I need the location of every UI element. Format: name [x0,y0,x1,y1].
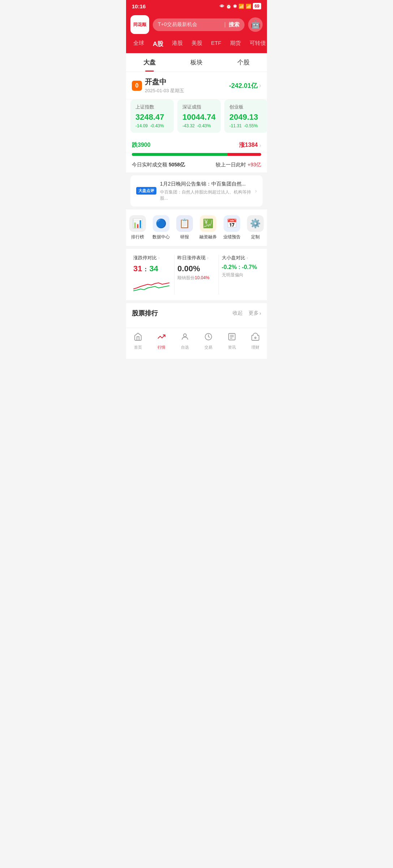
nav-tab-etf[interactable]: ETF [207,38,225,50]
nav-tab-hk[interactable]: 港股 [168,38,187,50]
advance-bar [228,153,261,156]
size-compare-sub: 无明显偏向 [222,272,260,278]
index-value-shanghai: 3248.47 [135,112,169,122]
bottom-label-watchlist: 自选 [181,345,189,350]
bottom-item-market[interactable]: 行情 [150,331,173,352]
news-arrow-icon: › [255,188,257,194]
bottom-item-home[interactable]: 首页 [126,331,150,352]
index-change-shenzhen: -43.32 -0.43% [182,123,216,128]
market-nav: 全球 A股 港股 美股 ETF 期货 可转债 其他 [126,38,267,53]
bottom-item-watchlist[interactable]: 自选 [173,331,196,352]
mini-chart-limit [133,276,171,294]
comp-title-limit: 涨跌停对比 [133,255,157,261]
status-bar: 10:16 👁 ⏰ ✱ 📶 📶 69 [126,0,267,12]
comp-size-arrow: › [247,255,248,260]
nav-tab-global[interactable]: 全球 [129,38,148,50]
index-card-chinext[interactable]: 创业板 2049.13 -11.31 -0.55% [224,99,267,133]
nav-tab-futures[interactable]: 期货 [226,38,245,50]
user-avatar[interactable]: 🤖 [248,17,263,32]
volume-section: 今日实时成交额 5058亿 较上一日此时 +93亿 [126,159,267,173]
tool-research[interactable]: 📋 研报 [176,215,193,240]
home-icon [134,332,142,343]
tool-label-data-center: 数据中心 [152,234,170,240]
market-icon [157,332,166,343]
wifi-icon: 📶 [238,4,244,9]
svg-point-0 [183,334,186,337]
comparison-size[interactable]: 大小盘对比 › -0.2% : -0.7% 无明显偏向 [219,255,263,294]
index-change-shanghai: -14.09 -0.43% [135,123,169,128]
tab-stock[interactable]: 个股 [220,53,267,72]
ranking-title: 股票排行 [132,309,158,318]
market-open-icon: 0 [132,81,142,91]
search-button[interactable]: 搜索 [229,21,239,28]
bottom-item-wealth[interactable]: 理财 [243,331,267,352]
comp-limit-arrow: › [158,255,160,260]
nav-tab-us[interactable]: 美股 [187,38,207,50]
trade-icon [204,332,213,343]
bottom-label-wealth: 理财 [251,345,259,350]
yesterday-value: 0.00% [177,264,215,273]
tool-earnings[interactable]: 📅 业绩预告 [223,215,241,240]
signal-icon: 📶 [246,4,251,9]
market-status-section: 0 开盘中 2025-01-03 星期五 -242.01亿 › [126,72,267,99]
watchlist-icon [181,332,189,343]
tool-label-ranking: 排行榜 [131,234,144,240]
tool-data-center[interactable]: 🔵 数据中心 [152,215,170,240]
advance-count[interactable]: 涨1384 [239,141,258,149]
battery-indicator: 69 [253,3,261,9]
wealth-icon [251,332,260,343]
market-arrow-icon: › [259,82,261,89]
ranking-more-button[interactable]: 更多 › [249,310,261,316]
decline-count: 跌3900 [132,141,151,149]
status-time: 10:16 [132,3,146,9]
advance-decline-bar [126,153,267,159]
volume-compare: 较上一日此时 +93亿 [216,162,261,168]
index-card-shenzhen[interactable]: 深证成指 10044.74 -43.32 -0.43% [177,99,221,133]
nav-tab-convertible[interactable]: 可转债 [245,38,267,50]
main-tab-bar: 大盘 板块 个股 [126,53,267,72]
tool-label-earnings: 业绩预告 [223,234,241,240]
bluetooth-icon: ✱ [233,4,237,9]
comparison-row: 涨跌停对比 › 31 ： 34 昨日涨停表现 › 0.00% [130,255,263,294]
tab-market[interactable]: 大盘 [126,53,173,72]
tool-ranking[interactable]: 📊 排行榜 [129,215,146,240]
advance-arrow-icon: › [259,142,261,149]
index-value-chinext: 2049.13 [229,112,263,122]
advance-decline-section: 跌3900 涨1384 › [126,138,267,153]
size-compare-value: -0.2% : -0.7% [222,264,260,271]
index-cards-container: 上证指数 3248.47 -14.09 -0.43% 深证成指 10044.74… [126,99,267,138]
comp-title-size: 大小盘对比 [222,255,245,261]
index-change-chinext: -11.31 -0.55% [229,123,263,128]
comparison-yesterday[interactable]: 昨日涨停表现 › 0.00% 顺钠股份10.04% [174,255,219,294]
comparison-limit[interactable]: 涨跌停对比 › 31 ： 34 [130,255,174,294]
news-title: 1月2日晚间公告集锦：中百集团自然... [160,180,251,188]
search-placeholder: T+0交易最新机会 [158,21,221,28]
index-card-shanghai[interactable]: 上证指数 3248.47 -14.09 -0.43% [130,99,174,133]
bottom-item-trade[interactable]: 交易 [196,331,220,352]
yesterday-sub: 顺钠股份10.04% [177,275,215,281]
tool-label-custom: 定制 [251,234,260,240]
ranking-collapse-button[interactable]: 收起 [233,310,243,316]
comp-yesterday-arrow: › [207,255,208,260]
bottom-label-trade: 交易 [204,345,212,350]
tab-sector[interactable]: 板块 [173,53,220,72]
news-icon [228,332,236,343]
nav-tab-ashare[interactable]: A股 [148,38,168,50]
alarm-icon: ⏰ [226,4,232,9]
comp-title-yesterday: 昨日涨停表现 [177,255,206,261]
eye-icon: 👁 [220,4,224,9]
news-banner[interactable]: 大盘点评 1月2日晚间公告集锦：中百集团自然... 中百集团：自然人持股比例超过… [130,175,263,207]
tool-margin[interactable]: 💹 融资融券 [199,215,217,240]
status-icons: 👁 ⏰ ✱ 📶 📶 69 [220,3,261,9]
app-logo: 同花顺 [130,15,149,34]
search-bar[interactable]: T+0交易最新机会 | 搜索 [153,18,245,31]
tool-custom[interactable]: ⚙️ 定制 [247,215,264,240]
news-tag: 大盘点评 [136,187,156,195]
bottom-item-news[interactable]: 资讯 [220,331,243,352]
index-name-shenzhen: 深证成指 [182,104,216,110]
bottom-label-news: 资讯 [228,345,236,350]
ranking-more-arrow: › [259,310,261,316]
decline-bar [132,153,228,156]
volume-label: 今日实时成交额 5058亿 [132,162,185,168]
bottom-label-market: 行情 [157,345,165,350]
